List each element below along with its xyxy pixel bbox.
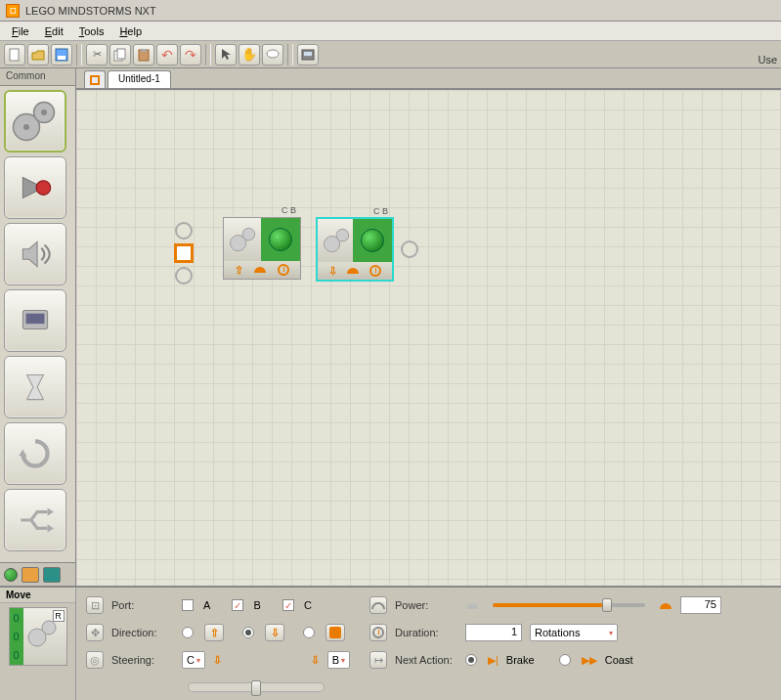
move-block-1[interactable]: C B ⇧ (223, 217, 301, 280)
power-high-icon (659, 600, 673, 610)
menu-help[interactable]: Help (111, 23, 150, 39)
pan-button[interactable]: ✋ (239, 44, 260, 66)
palette-display-block[interactable] (4, 289, 66, 352)
direction-stop-radio[interactable] (303, 627, 315, 638)
steering-icon: ◎ (86, 651, 104, 669)
direction-backward-icon: ⇩ (265, 624, 284, 641)
svg-rect-9 (304, 52, 312, 56)
menu-file[interactable]: File (4, 23, 37, 39)
tab-home[interactable] (84, 70, 106, 88)
duration-unit-select[interactable]: Rotations▾ (530, 624, 618, 641)
steering-left-motor-select[interactable]: C▾ (182, 651, 205, 669)
tab-program[interactable]: Untitled-1 (108, 70, 171, 88)
config-steering-row: ◎ Steering: C▾ ⇩ ⇩ B▾ (86, 648, 350, 672)
palette-panel: Common (0, 68, 76, 586)
window-title: LEGO MINDSTORMS NXT (25, 5, 156, 17)
port-c-checkbox[interactable] (282, 599, 294, 611)
svg-point-13 (41, 109, 47, 115)
svg-point-14 (36, 181, 51, 196)
config-steering-slider-row (86, 676, 350, 699)
power-slider[interactable] (493, 603, 645, 607)
config-block-preview: 0 0 0 R (9, 607, 67, 666)
redo-button[interactable]: ↷ (180, 44, 201, 66)
palette-footer (0, 562, 75, 586)
duration-icon (369, 265, 381, 277)
pointer-button[interactable] (215, 44, 237, 66)
svg-point-12 (23, 124, 29, 130)
config-port-row: ⊡ Port: A B C (86, 593, 350, 617)
direction-stop-icon (325, 624, 345, 641)
brake-icon: ▶| (488, 654, 499, 667)
cut-button[interactable]: ✂ (86, 44, 108, 66)
power-icon (369, 596, 387, 614)
undo-button[interactable]: ↶ (156, 44, 178, 66)
port-b-checkbox[interactable] (232, 599, 243, 611)
next-action-coast-radio[interactable] (559, 654, 571, 666)
svg-point-22 (42, 621, 56, 634)
duration-value-input[interactable]: 1 (465, 624, 522, 641)
palette-wait-block[interactable] (4, 356, 66, 418)
tab-bar: Untitled-1 (76, 68, 781, 90)
steering-left-arrow-icon: ⇩ (213, 654, 222, 667)
menu-edit[interactable]: Edit (37, 23, 71, 39)
direction-forward-radio[interactable] (182, 627, 194, 638)
palette-switch-block[interactable] (4, 489, 66, 551)
sequence-end-dot[interactable] (401, 241, 418, 258)
steering-slider[interactable] (188, 682, 325, 692)
user-label: Use (758, 54, 777, 66)
steering-right-motor-select[interactable]: B▾ (327, 651, 350, 669)
power-low-icon (465, 600, 479, 610)
next-action-icon: ↦ (369, 651, 387, 669)
reset-button[interactable]: R (53, 610, 65, 622)
steering-right-arrow-icon: ⇩ (311, 654, 320, 667)
svg-rect-16 (26, 314, 45, 325)
gears-icon (320, 223, 355, 258)
next-action-brake-radio[interactable] (465, 654, 477, 666)
block-direction-indicator (261, 218, 300, 261)
block-ports-label: C B (373, 206, 388, 216)
block-ports-label: C B (282, 205, 296, 215)
palette-move-block[interactable] (4, 90, 66, 153)
palette-loop-block[interactable] (4, 422, 66, 485)
svg-point-20 (336, 229, 349, 241)
program-canvas[interactable]: C B ⇧ C B ⇩ (76, 90, 781, 586)
comment-button[interactable] (262, 44, 283, 66)
palette-sound-block[interactable] (4, 223, 66, 285)
duration-icon (369, 624, 387, 641)
port-a-checkbox[interactable] (182, 599, 194, 611)
save-button[interactable] (51, 44, 72, 66)
port-icon: ⊡ (86, 596, 104, 614)
new-button[interactable] (4, 44, 25, 66)
menu-tools[interactable]: Tools (71, 23, 112, 39)
copy-button[interactable] (109, 44, 131, 66)
palette-header: Common (0, 68, 75, 86)
controller-status-icon[interactable] (4, 568, 18, 582)
direction-down-icon: ⇩ (328, 265, 337, 278)
open-button[interactable] (27, 44, 49, 66)
palette-record-block[interactable] (4, 156, 66, 219)
config-block-title: Move (0, 588, 75, 603)
config-next-action-row: ↦ Next Action: ▶| Brake ▶▶ Coast (369, 648, 721, 672)
config-power-row: Power: 75 (369, 593, 721, 617)
title-bar: ◻ LEGO MINDSTORMS NXT (0, 0, 781, 22)
svg-point-18 (242, 228, 255, 241)
power-value-input[interactable]: 75 (680, 596, 721, 614)
config-duration-row: Duration: 1 Rotations▾ (369, 621, 721, 644)
svg-rect-2 (58, 56, 65, 60)
nxt-window-button[interactable] (297, 44, 319, 66)
palette-tab-common[interactable] (22, 567, 39, 583)
config-direction-row: ✥ Direction: ⇧ ⇩ (86, 621, 350, 644)
power-gauge-icon (346, 265, 360, 277)
menu-bar: File Edit Tools Help (0, 22, 781, 41)
direction-forward-icon: ⇧ (204, 624, 224, 641)
power-gauge-icon (253, 264, 267, 276)
palette-tab-complete[interactable] (43, 567, 61, 583)
svg-point-7 (267, 50, 279, 58)
sequence-start[interactable] (174, 222, 194, 284)
duration-icon (278, 264, 289, 276)
move-block-2-selected[interactable]: C B ⇩ (316, 217, 394, 282)
paste-button[interactable] (133, 44, 154, 66)
direction-icon: ✥ (86, 624, 104, 641)
gears-icon (226, 222, 261, 257)
direction-backward-radio[interactable] (242, 627, 254, 638)
